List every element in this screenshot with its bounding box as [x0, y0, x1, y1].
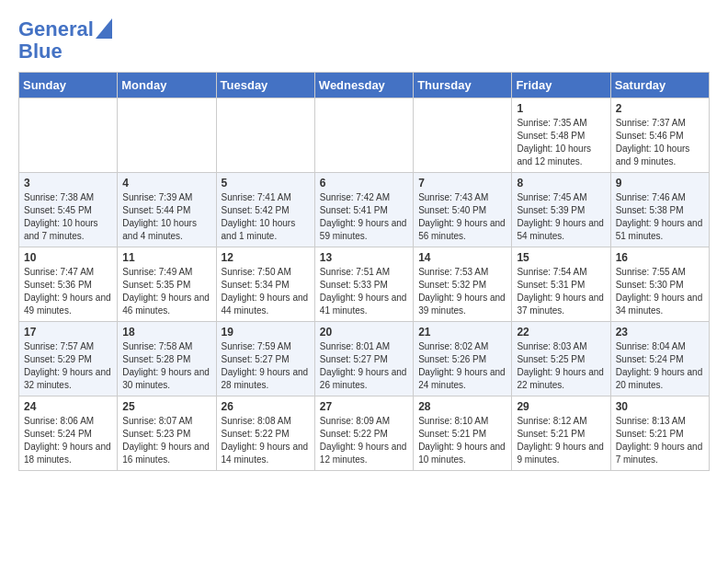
day-number: 18 [122, 326, 210, 339]
calendar-cell: 21Sunrise: 8:02 AM Sunset: 5:26 PM Dayli… [414, 322, 512, 396]
day-info: Sunrise: 7:51 AM Sunset: 5:33 PM Dayligh… [320, 266, 408, 317]
weekday-tuesday: Tuesday [216, 73, 314, 98]
day-number: 3 [24, 177, 112, 190]
calendar-cell [216, 98, 314, 173]
day-info: Sunrise: 7:41 AM Sunset: 5:42 PM Dayligh… [222, 191, 310, 243]
calendar-week-5: 24Sunrise: 8:06 AM Sunset: 5:24 PM Dayli… [19, 396, 710, 471]
day-info: Sunrise: 7:45 AM Sunset: 5:39 PM Dayligh… [517, 191, 605, 243]
day-number: 27 [320, 400, 408, 413]
page-header: General Blue [18, 18, 710, 63]
weekday-saturday: Saturday [610, 73, 709, 98]
day-number: 25 [122, 400, 210, 413]
day-info: Sunrise: 8:04 AM Sunset: 5:24 PM Dayligh… [616, 340, 704, 392]
weekday-thursday: Thursday [414, 73, 512, 98]
calendar-cell: 24Sunrise: 8:06 AM Sunset: 5:24 PM Dayli… [19, 396, 118, 471]
day-info: Sunrise: 7:53 AM Sunset: 5:32 PM Dayligh… [418, 266, 506, 317]
day-info: Sunrise: 7:39 AM Sunset: 5:44 PM Dayligh… [122, 191, 210, 243]
calendar-cell: 1Sunrise: 7:35 AM Sunset: 5:48 PM Daylig… [512, 98, 610, 173]
calendar-cell: 5Sunrise: 7:41 AM Sunset: 5:42 PM Daylig… [216, 173, 314, 247]
calendar-table: SundayMondayTuesdayWednesdayThursdayFrid… [18, 72, 710, 471]
day-info: Sunrise: 7:57 AM Sunset: 5:29 PM Dayligh… [24, 340, 112, 392]
calendar-cell: 9Sunrise: 7:46 AM Sunset: 5:38 PM Daylig… [610, 173, 709, 247]
calendar-week-4: 17Sunrise: 7:57 AM Sunset: 5:29 PM Dayli… [19, 322, 710, 396]
day-number: 13 [320, 251, 408, 264]
calendar-cell: 19Sunrise: 7:59 AM Sunset: 5:27 PM Dayli… [216, 322, 314, 396]
calendar-cell: 12Sunrise: 7:50 AM Sunset: 5:34 PM Dayli… [216, 247, 314, 322]
calendar-cell: 29Sunrise: 8:12 AM Sunset: 5:21 PM Dayli… [512, 396, 610, 471]
day-info: Sunrise: 7:54 AM Sunset: 5:31 PM Dayligh… [517, 266, 605, 317]
calendar-cell: 14Sunrise: 7:53 AM Sunset: 5:32 PM Dayli… [414, 247, 512, 322]
calendar-week-2: 3Sunrise: 7:38 AM Sunset: 5:45 PM Daylig… [19, 173, 710, 247]
logo-text-line1: General [18, 18, 94, 40]
calendar-cell: 2Sunrise: 7:37 AM Sunset: 5:46 PM Daylig… [610, 98, 709, 173]
day-number: 11 [122, 251, 210, 264]
calendar-cell: 15Sunrise: 7:54 AM Sunset: 5:31 PM Dayli… [512, 247, 610, 322]
calendar-cell: 6Sunrise: 7:42 AM Sunset: 5:41 PM Daylig… [314, 173, 413, 247]
day-info: Sunrise: 8:07 AM Sunset: 5:23 PM Dayligh… [122, 415, 210, 466]
day-info: Sunrise: 7:49 AM Sunset: 5:35 PM Dayligh… [122, 266, 210, 317]
day-info: Sunrise: 7:38 AM Sunset: 5:45 PM Dayligh… [24, 191, 112, 243]
weekday-friday: Friday [512, 73, 610, 98]
day-number: 29 [517, 400, 605, 413]
logo-arrow-icon [96, 18, 112, 39]
day-number: 14 [418, 251, 506, 264]
day-info: Sunrise: 7:47 AM Sunset: 5:36 PM Dayligh… [24, 266, 112, 317]
calendar-week-3: 10Sunrise: 7:47 AM Sunset: 5:36 PM Dayli… [19, 247, 710, 322]
day-info: Sunrise: 7:55 AM Sunset: 5:30 PM Dayligh… [616, 266, 704, 317]
calendar-cell: 25Sunrise: 8:07 AM Sunset: 5:23 PM Dayli… [118, 396, 216, 471]
day-number: 10 [24, 251, 112, 264]
day-number: 5 [222, 177, 310, 190]
day-number: 9 [616, 177, 704, 190]
day-number: 12 [222, 251, 310, 264]
calendar-week-1: 1Sunrise: 7:35 AM Sunset: 5:48 PM Daylig… [19, 98, 710, 173]
day-info: Sunrise: 8:09 AM Sunset: 5:22 PM Dayligh… [320, 415, 408, 466]
calendar-body: 1Sunrise: 7:35 AM Sunset: 5:48 PM Daylig… [19, 98, 710, 471]
day-info: Sunrise: 7:59 AM Sunset: 5:27 PM Dayligh… [222, 340, 310, 392]
calendar-cell: 10Sunrise: 7:47 AM Sunset: 5:36 PM Dayli… [19, 247, 118, 322]
calendar-cell: 23Sunrise: 8:04 AM Sunset: 5:24 PM Dayli… [610, 322, 709, 396]
day-info: Sunrise: 8:13 AM Sunset: 5:21 PM Dayligh… [616, 415, 704, 466]
day-info: Sunrise: 7:46 AM Sunset: 5:38 PM Dayligh… [616, 191, 704, 243]
day-info: Sunrise: 7:58 AM Sunset: 5:28 PM Dayligh… [122, 340, 210, 392]
day-number: 30 [616, 400, 704, 413]
calendar-cell [314, 98, 413, 173]
day-info: Sunrise: 7:42 AM Sunset: 5:41 PM Dayligh… [320, 191, 408, 243]
calendar-cell: 4Sunrise: 7:39 AM Sunset: 5:44 PM Daylig… [118, 173, 216, 247]
day-number: 28 [418, 400, 506, 413]
calendar-cell: 22Sunrise: 8:03 AM Sunset: 5:25 PM Dayli… [512, 322, 610, 396]
calendar-cell: 28Sunrise: 8:10 AM Sunset: 5:21 PM Dayli… [414, 396, 512, 471]
day-info: Sunrise: 8:02 AM Sunset: 5:26 PM Dayligh… [418, 340, 506, 392]
day-number: 26 [222, 400, 310, 413]
day-number: 22 [517, 326, 605, 339]
day-number: 19 [222, 326, 310, 339]
calendar-cell [19, 98, 118, 173]
day-info: Sunrise: 7:43 AM Sunset: 5:40 PM Dayligh… [418, 191, 506, 243]
weekday-sunday: Sunday [19, 73, 118, 98]
calendar-cell: 16Sunrise: 7:55 AM Sunset: 5:30 PM Dayli… [610, 247, 709, 322]
weekday-header-row: SundayMondayTuesdayWednesdayThursdayFrid… [19, 73, 710, 98]
day-number: 17 [24, 326, 112, 339]
logo-text-line2: Blue [18, 40, 63, 63]
logo: General Blue [18, 18, 112, 63]
svg-marker-0 [96, 18, 112, 39]
day-info: Sunrise: 8:08 AM Sunset: 5:22 PM Dayligh… [222, 415, 310, 466]
day-info: Sunrise: 8:03 AM Sunset: 5:25 PM Dayligh… [517, 340, 605, 392]
day-info: Sunrise: 8:12 AM Sunset: 5:21 PM Dayligh… [517, 415, 605, 466]
calendar-cell: 3Sunrise: 7:38 AM Sunset: 5:45 PM Daylig… [19, 173, 118, 247]
calendar-cell: 11Sunrise: 7:49 AM Sunset: 5:35 PM Dayli… [118, 247, 216, 322]
day-number: 24 [24, 400, 112, 413]
day-number: 2 [616, 102, 704, 115]
day-number: 16 [616, 251, 704, 264]
calendar-cell [414, 98, 512, 173]
day-info: Sunrise: 7:37 AM Sunset: 5:46 PM Dayligh… [616, 117, 704, 168]
calendar-cell: 20Sunrise: 8:01 AM Sunset: 5:27 PM Dayli… [314, 322, 413, 396]
calendar-cell: 8Sunrise: 7:45 AM Sunset: 5:39 PM Daylig… [512, 173, 610, 247]
weekday-wednesday: Wednesday [314, 73, 413, 98]
weekday-monday: Monday [118, 73, 216, 98]
day-info: Sunrise: 7:35 AM Sunset: 5:48 PM Dayligh… [517, 117, 605, 168]
calendar-cell [118, 98, 216, 173]
calendar-cell: 7Sunrise: 7:43 AM Sunset: 5:40 PM Daylig… [414, 173, 512, 247]
calendar-cell: 17Sunrise: 7:57 AM Sunset: 5:29 PM Dayli… [19, 322, 118, 396]
day-number: 6 [320, 177, 408, 190]
day-number: 1 [517, 102, 605, 115]
